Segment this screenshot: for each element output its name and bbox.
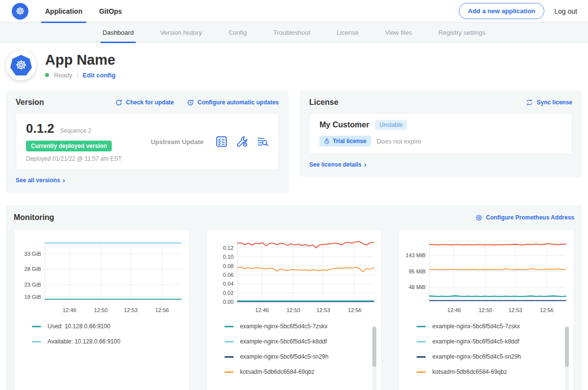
legend-item: example-nginx-5bc6f5d4c5-k8ddf — [224, 338, 377, 345]
legend-dash-icon — [416, 326, 426, 327]
svg-text:12:56: 12:56 — [347, 307, 361, 313]
sync-arrows-icon — [526, 99, 533, 106]
trial-license-label: Trial license — [333, 138, 367, 145]
edit-config-link[interactable]: Edit config — [83, 72, 116, 79]
version-card-actions: Check for update Configure automatic upd… — [115, 99, 279, 106]
legend-item: example-nginx-5bc6f5d4c5-k8ddf — [416, 338, 569, 345]
svg-text:12:50: 12:50 — [286, 307, 300, 313]
disk-usage-plot: 33 GiB28 GiB23 GiB19 GiB12:4612:5012:531… — [19, 237, 184, 315]
svg-text:0.02: 0.02 — [223, 290, 234, 296]
cpu-usage-chart-card: 0.120.100.080.060.040.020.0012:4612:5012… — [206, 229, 382, 390]
page-title: App Name — [45, 52, 116, 68]
status-badge: Ready — [54, 72, 73, 79]
trial-license-badge: Trial license — [319, 136, 371, 146]
monitoring-section: Monitoring Configure Prometheus Address … — [6, 205, 582, 390]
version-card-header: Version Check for update Configure autom… — [16, 98, 279, 107]
tab-gitops[interactable]: GitOps — [99, 0, 122, 23]
version-sequence: Sequence 2 — [60, 127, 91, 134]
preflight-checklist-icon[interactable] — [216, 136, 227, 147]
svg-text:0.08: 0.08 — [223, 263, 234, 269]
see-license-details-link[interactable]: See license details › — [309, 161, 367, 168]
kubernetes-logo-icon: ☸ — [12, 3, 28, 20]
legend-dash-icon — [416, 371, 426, 373]
kubernetes-app-icon: ☸ — [10, 55, 32, 75]
subnav-item-version-history[interactable]: Version history — [160, 23, 202, 43]
svg-text:12:46: 12:46 — [255, 307, 269, 313]
version-card-title: Version — [16, 98, 44, 107]
monitoring-title: Monitoring — [14, 213, 54, 222]
chevron-right-icon: › — [364, 161, 367, 168]
subnav-item-troubleshoot[interactable]: Troubleshoot — [273, 23, 310, 43]
legend-label: example-nginx-5bc6f5d4c5-k8ddf — [240, 338, 327, 345]
legend-label: kotsadm-5db6dc6584-69qbz — [432, 368, 507, 375]
logout-button[interactable]: Log out — [554, 7, 577, 15]
gear-icon — [475, 214, 483, 221]
sync-license-link[interactable]: Sync license — [526, 99, 572, 106]
legend-label: example-nginx-5bc6f5d4c5-7zskx — [240, 323, 328, 330]
svg-text:12:46: 12:46 — [447, 307, 461, 313]
license-card: License Sync license My Customer Unstabl… — [299, 90, 582, 177]
see-all-versions-link[interactable]: See all versions › — [16, 176, 65, 184]
version-card: Version Check for update Configure autom… — [6, 90, 289, 193]
legend-dash-icon — [32, 326, 41, 327]
legend-label: Used: 10.128.0.66:9100 — [48, 323, 110, 330]
add-application-button[interactable]: Add a new application — [459, 3, 544, 19]
svg-text:0.00: 0.00 — [223, 299, 234, 305]
legend-label: example-nginx-5bc6f5d4c5-sn29h — [432, 353, 521, 360]
disk-usage-legend: Used: 10.128.0.66:9100Available: 10.128.… — [19, 323, 184, 383]
status-dot-icon — [45, 73, 49, 77]
app-title-block: App Name Ready Edit config — [45, 52, 116, 79]
legend-item: Used: 10.128.0.66:9100 — [32, 323, 184, 330]
legend-scrollbar[interactable] — [565, 326, 569, 390]
svg-text:0.12: 0.12 — [223, 245, 234, 251]
legend-label: kotsadm-5db6dc6584-69qbz — [240, 368, 315, 375]
legend-item: example-nginx-5bc6f5d4c5-7zskx — [416, 323, 569, 330]
configure-prometheus-label: Configure Prometheus Address — [486, 214, 574, 221]
legend-dash-icon — [416, 341, 426, 342]
legend-dash-icon — [224, 356, 234, 358]
license-panel: My Customer Unstable Trial license Does … — [309, 113, 572, 154]
disk-usage-chart-card: 33 GiB28 GiB23 GiB19 GiB12:4612:5012:531… — [14, 229, 190, 390]
svg-text:48 MiB: 48 MiB — [409, 284, 426, 290]
tab-application[interactable]: Application — [45, 0, 82, 23]
subnav-item-view-files[interactable]: View files — [385, 23, 412, 43]
cpu-usage-plot: 0.120.100.080.060.040.020.0012:4612:5012… — [212, 237, 377, 315]
monitoring-header: Monitoring Configure Prometheus Address — [14, 213, 574, 222]
svg-text:12:50: 12:50 — [94, 307, 108, 313]
legend-scrollbar-thumb[interactable] — [372, 327, 376, 367]
stopwatch-icon — [324, 138, 330, 145]
config-wrench-icon[interactable] — [236, 136, 248, 147]
legend-dash-icon — [224, 326, 234, 327]
version-action-icons — [216, 136, 269, 147]
current-version-panel: 0.1.2 Sequence 2 Currently deployed vers… — [16, 113, 279, 170]
customer-name: My Customer — [319, 121, 369, 129]
memory-usage-plot: 143 MiB95 MiB48 MiB12:4612:5012:5312:56 — [404, 237, 569, 315]
subnav-item-license[interactable]: License — [337, 23, 359, 43]
legend-scrollbar[interactable] — [372, 326, 376, 390]
check-for-update-link[interactable]: Check for update — [115, 99, 174, 106]
view-logs-icon[interactable] — [257, 136, 269, 147]
svg-text:23 GiB: 23 GiB — [24, 282, 41, 288]
subnav-item-dashboard[interactable]: Dashboard — [102, 23, 134, 43]
svg-text:28 GiB: 28 GiB — [24, 266, 41, 272]
line-chart-svg: 143 MiB95 MiB48 MiB12:4612:5012:5312:56 — [404, 237, 569, 315]
legend-scrollbar-thumb[interactable] — [565, 327, 569, 367]
svg-text:12:46: 12:46 — [63, 307, 76, 313]
configure-prometheus-link[interactable]: Configure Prometheus Address — [475, 214, 574, 221]
see-license-details-label: See license details — [309, 161, 362, 168]
svg-text:0.04: 0.04 — [223, 281, 234, 287]
configure-automatic-updates-link[interactable]: Configure automatic updates — [187, 99, 279, 106]
app-header: ☸ App Name Ready Edit config — [0, 43, 588, 90]
channel-badge: Unstable — [375, 120, 407, 130]
legend-item: kotsadm-5db6dc6584-69qbz — [224, 368, 377, 375]
subnav-item-registry-settings[interactable]: Registry settings — [439, 23, 486, 43]
app-avatar: ☸ — [6, 50, 36, 80]
cards-row: Version Check for update Configure autom… — [0, 90, 588, 193]
app-subnav: Dashboard Version history Config Trouble… — [0, 23, 588, 43]
svg-text:0.10: 0.10 — [223, 254, 234, 260]
sync-license-label: Sync license — [537, 99, 572, 106]
svg-text:19 GiB: 19 GiB — [24, 294, 41, 300]
version-info: 0.1.2 Sequence 2 Currently deployed vers… — [26, 121, 139, 162]
legend-item: example-nginx-5bc6f5d4c5-7zskx — [224, 323, 377, 330]
subnav-item-config[interactable]: Config — [228, 23, 247, 43]
